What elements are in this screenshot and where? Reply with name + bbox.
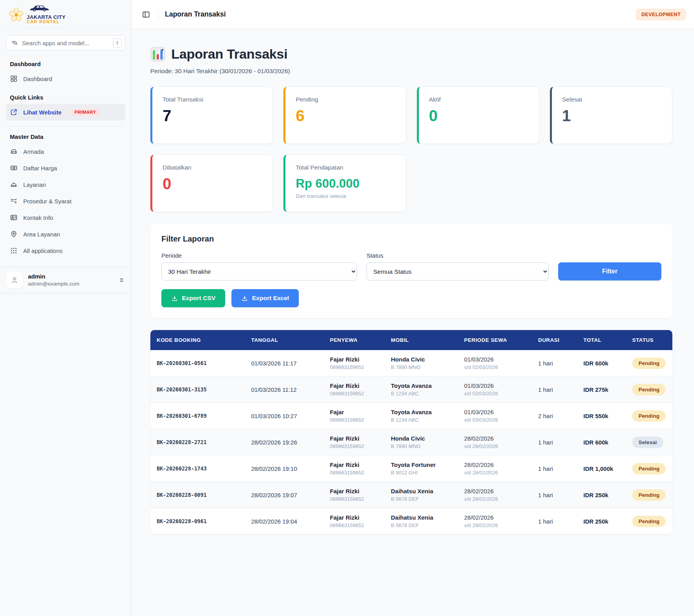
sidebar-item-lihat-website[interactable]: Lihat Website PRIMARY xyxy=(6,104,125,120)
durasi-cell: 2 hari xyxy=(532,403,577,429)
brand-line2: CAR RENTAL xyxy=(27,20,66,24)
sidebar-item-label: Layanan xyxy=(23,181,46,188)
stat-card-total-pendapatan: Total Pendapatan Rp 600.000 Dari transak… xyxy=(283,155,406,212)
periode-start: 28/02/2026 xyxy=(464,514,526,521)
column-header-periode-sewa: PERIODE SEWA xyxy=(458,330,532,350)
status-cell: Pending xyxy=(626,350,672,376)
table-row: BK-20260228-0091 28/02/2026 19:07 Fajar … xyxy=(150,482,672,508)
tanggal-cell: 28/02/2026 19:07 xyxy=(245,482,324,508)
penyewa-cell: Fajar Rizki 089663159652 xyxy=(324,376,385,403)
tanggal-cell: 28/02/2026 19:26 xyxy=(245,429,324,456)
user-email: admin@example.com xyxy=(28,280,113,288)
page-content: Laporan Transaksi Periode: 30 Hari Terak… xyxy=(131,29,694,562)
environment-badge: DEVELOPMENT xyxy=(636,9,686,20)
sidebar: JAKARTA CITY CAR RENTAL t Dashboard xyxy=(0,0,131,616)
status-cell: Pending xyxy=(626,482,672,508)
booking-code-cell: BK-20260228-0091 xyxy=(150,482,245,508)
transactions-table: KODE BOOKING TANGGAL PENYEWA MOBIL PERIO… xyxy=(150,330,672,534)
penyewa-phone: 089663159652 xyxy=(330,470,378,476)
penyewa-phone: 089663159652 xyxy=(330,417,378,423)
sidebar-search[interactable]: t xyxy=(6,35,125,50)
status-cell: Pending xyxy=(626,508,672,535)
map-pin-icon xyxy=(10,230,18,238)
periode-label: Periode xyxy=(161,252,357,259)
stat-label: Total Pendapatan xyxy=(296,164,395,171)
total-cell: IDR 250k xyxy=(577,482,626,508)
search-input[interactable] xyxy=(22,40,109,46)
total-cell: IDR 600k xyxy=(577,350,626,376)
topbar-divider xyxy=(158,10,159,19)
stat-value: 7 xyxy=(163,108,262,124)
status-badge: Selesai xyxy=(632,437,663,448)
penyewa-phone: 089663159652 xyxy=(330,496,378,502)
durasi-cell: 1 hari xyxy=(532,508,577,535)
periode-start: 01/03/2026 xyxy=(464,409,526,415)
periode-start: 28/02/2026 xyxy=(464,435,526,442)
tanggal-cell: 01/03/2026 10:27 xyxy=(245,403,324,429)
penyewa-phone: 089663159652 xyxy=(330,522,378,528)
sidebar-item-prosedur-syarat[interactable]: Prosedur & Syarat xyxy=(6,193,125,209)
periode-select[interactable]: 30 Hari Terakhir xyxy=(161,262,357,280)
booking-code-cell: BK-20260301-6789 xyxy=(150,403,245,429)
section-title-dashboard: Dashboard xyxy=(10,61,121,67)
mobil-name: Honda Civic xyxy=(391,435,452,442)
penyewa-phone: 089663159652 xyxy=(330,391,378,397)
filter-button[interactable]: Filter xyxy=(558,262,661,280)
section-title-quick-links: Quick Links xyxy=(10,94,121,101)
table-row: BK-20260228-0961 28/02/2026 19:04 Fajar … xyxy=(150,508,672,535)
export-excel-button[interactable]: Export Excel xyxy=(231,289,299,307)
column-header-penyewa: PENYEWA xyxy=(324,330,385,350)
stat-value: 0 xyxy=(163,176,262,192)
brand-logo[interactable]: JAKARTA CITY CAR RENTAL xyxy=(0,0,131,29)
user-name: admin xyxy=(28,273,113,280)
tanggal-cell: 01/03/2026 11:17 xyxy=(245,350,324,376)
sidebar-item-layanan[interactable]: Layanan xyxy=(6,176,125,193)
status-badge: Pending xyxy=(632,516,666,527)
column-header-status: STATUS xyxy=(626,330,672,350)
sidebar-item-area-layanan[interactable]: Area Layanan xyxy=(6,226,125,242)
tanggal-cell: 28/02/2026 19:04 xyxy=(245,508,324,535)
section-title-master-data: Master Data xyxy=(10,133,121,140)
page-subtitle: Periode: 30 Hari Terakhir (30/01/2026 - … xyxy=(150,68,672,75)
stats-grid: Total Transaksi 7 Pending 6 Aktif 0 Sele… xyxy=(150,87,672,212)
car-front-icon xyxy=(10,148,18,155)
durasi-cell: 1 hari xyxy=(532,456,577,482)
mobil-plate: B 9012 GHI xyxy=(391,470,452,476)
mobil-name: Daihatsu Xenia xyxy=(391,514,452,521)
mobil-cell: Daihatsu Xenia B 5678 DEF xyxy=(385,482,458,508)
export-csv-button[interactable]: Export CSV xyxy=(161,289,225,307)
periode-sewa-cell: 01/03/2026 s/d 02/03/2026 xyxy=(458,350,532,376)
booking-code-cell: BK-20260301-3135 xyxy=(150,376,245,403)
table-header: KODE BOOKING TANGGAL PENYEWA MOBIL PERIO… xyxy=(150,330,672,350)
penyewa-phone: 089663159652 xyxy=(330,443,378,449)
main-area: Laporan Transaksi DEVELOPMENT Laporan Tr… xyxy=(131,0,694,616)
sidebar-toggle-button[interactable] xyxy=(140,9,152,20)
periode-sewa-cell: 28/02/2026 s/d 28/02/2026 xyxy=(458,429,532,456)
penyewa-name: Fajar Rizki xyxy=(330,461,378,468)
booking-code-cell: BK-20260228-2721 xyxy=(150,429,245,456)
status-cell: Pending xyxy=(626,456,672,482)
penyewa-cell: Fajar Rizki 089663159652 xyxy=(324,350,385,376)
status-select[interactable]: Semua Status xyxy=(366,262,549,280)
stat-card-total-transaksi: Total Transaksi 7 xyxy=(150,87,273,144)
sidebar-item-armada[interactable]: Armada xyxy=(6,143,125,160)
apps-grid-icon xyxy=(10,247,18,255)
column-header-tanggal: TANGGAL xyxy=(245,330,324,350)
booking-code-cell: BK-20260228-0961 xyxy=(150,508,245,535)
sidebar-item-kontak-info[interactable]: Kontak Info xyxy=(6,209,125,226)
download-icon xyxy=(171,295,178,302)
mobil-cell: Toyota Avanza B 1234 ABC xyxy=(385,403,458,429)
total-cell: IDR 600k xyxy=(577,429,626,456)
durasi-cell: 1 hari xyxy=(532,429,577,456)
flower-logo-icon xyxy=(7,6,25,24)
user-menu[interactable]: admin admin@example.com xyxy=(0,267,131,293)
sidebar-item-all-applications[interactable]: All applications xyxy=(6,242,125,259)
filter-title: Filter Laporan xyxy=(161,234,661,243)
export-csv-label: Export CSV xyxy=(182,295,215,302)
sidebar-item-dashboard[interactable]: Dashboard xyxy=(6,70,125,87)
periode-end: s/d 28/02/2026 xyxy=(464,443,526,449)
total-cell: IDR 1,000k xyxy=(577,456,626,482)
sidebar-item-label: Daftar Harga xyxy=(23,165,57,172)
sidebar-item-daftar-harga[interactable]: Daftar Harga xyxy=(6,160,125,176)
dashboard-grid-icon xyxy=(10,75,18,83)
